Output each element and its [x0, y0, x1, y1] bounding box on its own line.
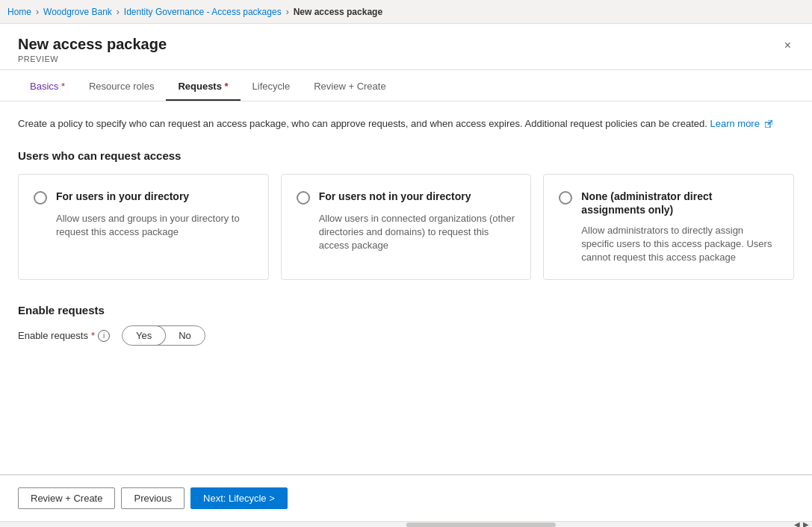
card-none-direct-title: None (administrator direct assignments o… [581, 190, 778, 216]
breadcrumb-identity-governance[interactable]: Identity Governance - Access packages [124, 7, 282, 17]
breadcrumb-sep-2: › [117, 7, 120, 17]
external-link-icon [765, 116, 772, 131]
close-button[interactable]: × [781, 36, 794, 55]
tab-resource-roles[interactable]: Resource roles [77, 73, 166, 101]
card-not-in-directory-desc: Allow users in connected organizations (… [297, 212, 516, 253]
learn-more-link[interactable]: Learn more [710, 118, 772, 129]
card-not-in-directory-header: For users not in your directory [297, 190, 516, 205]
breadcrumb-home[interactable]: Home [7, 7, 31, 17]
radio-none-direct[interactable] [559, 191, 572, 205]
tab-requests[interactable]: Requests [166, 73, 240, 101]
card-none-direct-desc: Allow administrators to directly assign … [559, 224, 778, 265]
breadcrumb-woodgrove[interactable]: Woodgrove Bank [43, 7, 112, 17]
card-not-in-directory[interactable]: For users not in your directory Allow us… [281, 174, 532, 281]
footer: Review + Create Previous Next: Lifecycle… [0, 475, 812, 521]
info-icon[interactable]: i [98, 330, 110, 342]
enable-section-title: Enable requests [18, 304, 794, 316]
card-none-direct-header: None (administrator direct assignments o… [559, 190, 778, 216]
card-in-directory-desc: Allow users and groups in your directory… [34, 212, 253, 239]
tab-review-create[interactable]: Review + Create [302, 73, 397, 101]
scroll-left-arrow[interactable]: ◀ [794, 520, 800, 527]
scroll-arrows: ◀ ▶ [794, 520, 809, 527]
browser-bar: Home › Woodgrove Bank › Identity Governa… [0, 0, 812, 24]
card-in-directory-title: For users in your directory [56, 190, 189, 203]
breadcrumb: Home › Woodgrove Bank › Identity Governa… [7, 7, 382, 17]
card-not-in-directory-title: For users not in your directory [319, 190, 471, 203]
breadcrumb-sep-3: › [286, 7, 289, 17]
breadcrumb-current: New access package [294, 7, 382, 17]
scroll-area: ◀ ▶ [0, 521, 812, 527]
card-none-direct[interactable]: None (administrator direct assignments o… [543, 174, 794, 281]
next-lifecycle-button[interactable]: Next: Lifecycle > [190, 487, 288, 509]
description-text: Create a policy to specify who can reque… [18, 116, 794, 131]
radio-in-directory[interactable] [34, 191, 47, 205]
preview-badge: PREVIEW [18, 54, 167, 63]
page-title: New access package [18, 36, 167, 53]
toggle-no[interactable]: No [165, 326, 205, 345]
access-cards: For users in your directory Allow users … [18, 174, 794, 281]
content-area: Create a policy to specify who can reque… [0, 102, 812, 474]
tab-basics[interactable]: Basics [18, 73, 77, 101]
scroll-right-arrow[interactable]: ▶ [803, 520, 809, 527]
description-body: Create a policy to specify who can reque… [18, 118, 707, 129]
radio-not-in-directory[interactable] [297, 191, 310, 205]
panel-header-text: New access package PREVIEW [18, 36, 167, 63]
review-create-button[interactable]: Review + Create [18, 487, 115, 509]
toggle-yes[interactable]: Yes [123, 326, 165, 345]
access-section-title: Users who can request access [18, 149, 794, 162]
breadcrumb-sep-1: › [36, 7, 39, 17]
card-in-directory[interactable]: For users in your directory Allow users … [18, 174, 269, 281]
panel-header: New access package PREVIEW × [0, 24, 812, 70]
main-panel: New access package PREVIEW × Basics Reso… [0, 24, 812, 527]
scroll-thumb[interactable] [406, 523, 556, 527]
tab-bar: Basics Resource roles Requests Lifecycle… [0, 73, 812, 102]
enable-label: Enable requests * i [18, 330, 110, 342]
required-star: * [91, 330, 95, 341]
toggle-group: Yes No [122, 325, 205, 346]
enable-label-text: Enable requests [18, 330, 88, 341]
previous-button[interactable]: Previous [121, 487, 185, 509]
enable-requests-section: Enable requests Enable requests * i Yes … [18, 304, 794, 346]
tab-lifecycle[interactable]: Lifecycle [241, 73, 303, 101]
card-in-directory-header: For users in your directory [34, 190, 253, 205]
enable-row: Enable requests * i Yes No [18, 325, 794, 346]
